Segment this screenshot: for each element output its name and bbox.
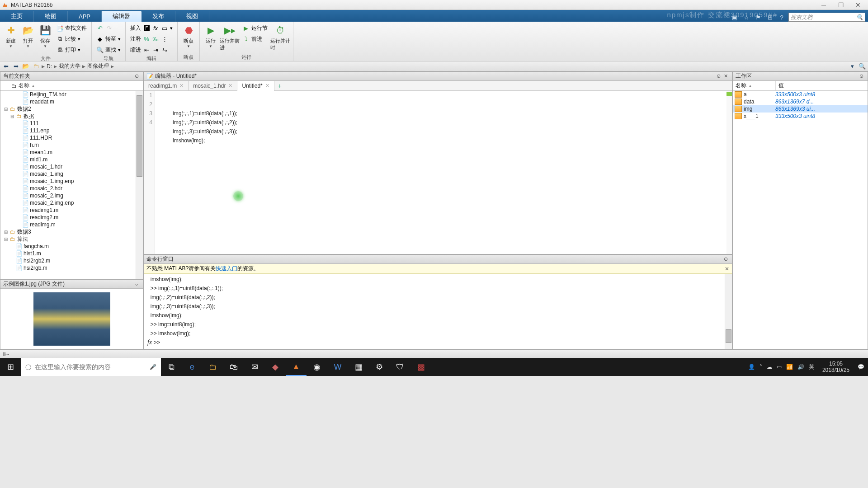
code-overview-ruler[interactable]	[726, 91, 732, 254]
file-item[interactable]: 📄mosaic_2.hdr	[0, 185, 143, 192]
matlab-taskbar-icon[interactable]: ▲	[286, 358, 307, 376]
ribbon-tab[interactable]: 主页	[0, 11, 34, 22]
path-up-icon[interactable]: 📂	[22, 62, 30, 70]
insert-button[interactable]: 插入 🅵fx▭ ▾	[128, 23, 175, 33]
tray-people-icon[interactable]: 👤	[748, 364, 755, 370]
help-icon[interactable]: ?	[777, 13, 787, 22]
maximize-button[interactable]: ☐	[835, 1, 846, 9]
minimize-button[interactable]: ─	[818, 1, 829, 9]
path-drive[interactable]: D:	[47, 63, 52, 70]
panel-menu-icon[interactable]: ⊙	[858, 73, 865, 80]
settings-icon[interactable]: ⚙	[369, 358, 390, 376]
goto-button[interactable]: ◆转至 ▾	[94, 34, 123, 44]
ribbon-tab[interactable]: APP	[68, 11, 102, 22]
scroll-thumb[interactable]	[726, 329, 731, 343]
ribbon-tab[interactable]: 视图	[175, 11, 209, 22]
mic-icon[interactable]: 🎤	[150, 364, 156, 370]
file-item[interactable]: 📄mosaic_1.hdr	[0, 163, 143, 170]
file-item[interactable]: 📄readdat.m	[0, 98, 143, 105]
find-button[interactable]: 🔍查找 ▾	[94, 45, 123, 55]
edge-icon[interactable]: e	[182, 358, 203, 376]
file-item[interactable]: 📄fangcha.m	[0, 243, 143, 250]
layout-icon[interactable]: ▣	[730, 13, 740, 22]
ws-value-header[interactable]: 值	[776, 81, 868, 90]
panel-menu-icon[interactable]: ⊙	[133, 73, 140, 80]
path-fwd-icon[interactable]: ➡	[12, 62, 20, 70]
path-browse-icon[interactable]: 🗀	[32, 62, 40, 70]
workspace-variable-row[interactable]: img863x1369x3 ui...	[733, 105, 868, 113]
file-item[interactable]: 📄readimg2.m	[0, 214, 143, 221]
task-view-button[interactable]: ⧉	[161, 358, 182, 376]
ws-name-header[interactable]: 名称	[736, 82, 746, 89]
compare-button[interactable]: ⧉比较 ▾	[54, 34, 89, 44]
workspace-variable-row[interactable]: x___1333x500x3 uint8	[733, 113, 868, 120]
file-item[interactable]: 📄mosaic_1.img.enp	[0, 178, 143, 185]
tab-close-icon[interactable]: ✕	[179, 83, 184, 89]
tray-wifi-icon[interactable]: 📶	[786, 364, 793, 370]
security-icon[interactable]: 🛡	[390, 358, 410, 376]
ribbon-tab[interactable]: 绘图	[34, 11, 68, 22]
file-item[interactable]: 📄111.enp	[0, 127, 143, 134]
path-segment[interactable]: 图像处理	[87, 62, 109, 70]
editor-tab[interactable]: Untitled*✕	[237, 81, 274, 91]
run-advance-button[interactable]: ▶▸运行并前进	[220, 23, 240, 51]
ribbon-tab[interactable]: 发布	[142, 11, 175, 22]
tab-close-icon[interactable]: ✕	[228, 83, 232, 89]
comment-button[interactable]: 注释 %‰⋮	[128, 34, 175, 44]
tray-clock[interactable]: 15:05 2018/10/25	[819, 361, 853, 373]
workspace-variable-row[interactable]: a333x500x3 uint8	[733, 91, 868, 98]
taskbar-search-input[interactable]	[35, 363, 146, 371]
run-time-button[interactable]: ⏱运行并计时	[270, 23, 290, 51]
tab-close-icon[interactable]: ✕	[265, 83, 269, 89]
command-body[interactable]: imshow(img); >> img(:,:,1)=uint8(data(:,…	[144, 274, 732, 349]
scrollbar[interactable]	[725, 274, 732, 349]
app3-icon[interactable]: ▩	[410, 358, 431, 376]
tray-ime-text[interactable]: 英	[809, 363, 814, 371]
indent-button[interactable]: 缩进 ⇤⇥⇆	[128, 45, 175, 55]
folder-item[interactable]: ⊟🗀数据2	[0, 105, 143, 113]
store-icon[interactable]: 🛍	[223, 358, 244, 376]
tree-toggle-icon[interactable]: ⊟	[3, 107, 8, 112]
file-item[interactable]: 📄mosaic_2.img	[0, 192, 143, 199]
tray-notifications-icon[interactable]: 💬	[858, 364, 864, 370]
file-item[interactable]: 📄mean1.m	[0, 149, 143, 156]
chrome-icon[interactable]: ◉	[307, 358, 327, 376]
file-item[interactable]: 📄hist1.m	[0, 250, 143, 257]
file-item[interactable]: 📄111.HDR	[0, 134, 143, 141]
file-tree[interactable]: 📄Beijing_TM.hdr📄readdat.m⊟🗀数据2⊟🗀数据📄111📄1…	[0, 91, 143, 279]
file-item[interactable]: 📄hsi2rgb2.m	[0, 257, 143, 264]
folder-item[interactable]: ⊞🗀数据3	[0, 228, 143, 235]
file-item[interactable]: 📄mosaic_1.img	[0, 170, 143, 178]
path-search-icon[interactable]: 🔍	[858, 62, 866, 70]
tray-cloud-icon[interactable]: ☁	[767, 364, 772, 370]
file-item[interactable]: 📄mosaic_2.img.enp	[0, 199, 143, 206]
name-column-header[interactable]: 名称	[19, 82, 29, 89]
tray-up-icon[interactable]: ˄	[760, 364, 762, 370]
sort-asc-icon[interactable]: ▲	[31, 84, 35, 88]
close-button[interactable]: ✕	[853, 1, 863, 9]
favorites-icon[interactable]: ☆	[741, 13, 751, 22]
tip-close-icon[interactable]: ✕	[725, 266, 729, 272]
scroll-thumb[interactable]	[137, 95, 142, 177]
app2-icon[interactable]: ▦	[348, 358, 369, 376]
breakpoint-button[interactable]: ⬣断点▼	[180, 23, 197, 48]
editor-tab[interactable]: mosaic_1.hdr✕	[189, 81, 237, 91]
tree-toggle-icon[interactable]: ⊞	[3, 230, 8, 235]
file-item[interactable]: 📄readimg.m	[0, 221, 143, 228]
folder-item[interactable]: ⊟🗀算法	[0, 235, 143, 243]
new-button[interactable]: ✚新建▼	[3, 23, 19, 55]
code-area[interactable]: img(:,:,1)=uint8(data(:,:,1));img(:,:,2)…	[155, 91, 732, 254]
file-item[interactable]: 📄mid1.m	[0, 156, 143, 163]
new-tab-button[interactable]: +	[274, 82, 285, 89]
workspace-var-list[interactable]: a333x500x3 uint8data863x1369x7 d...img86…	[733, 91, 868, 120]
file-item[interactable]: 📄111	[0, 120, 143, 127]
advance-button[interactable]: ⤵前进	[241, 34, 269, 44]
panel-close-icon[interactable]: ✕	[722, 73, 729, 80]
panel-menu-icon[interactable]: ⊙	[722, 256, 729, 263]
sort-asc-icon[interactable]: ▲	[748, 84, 752, 88]
folder-item[interactable]: ⊟🗀数据	[0, 113, 143, 120]
path-back-icon[interactable]: ⬅	[2, 62, 10, 70]
workspace-variable-row[interactable]: data863x1369x7 d...	[733, 98, 868, 105]
tree-toggle-icon[interactable]: ⊟	[3, 237, 8, 242]
taskbar-search[interactable]: ◯ 🎤	[21, 358, 161, 376]
